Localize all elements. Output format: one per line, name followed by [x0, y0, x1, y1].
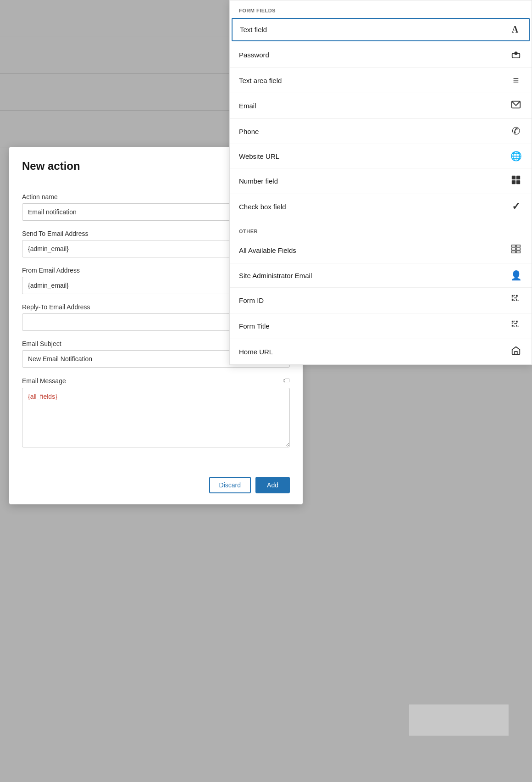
text-field-icon: A: [509, 24, 521, 35]
admin-email-label: Site Administrator Email: [239, 272, 312, 279]
other-section-title: OTHER: [230, 221, 532, 238]
svg-rect-31: [514, 323, 517, 324]
svg-rect-28: [514, 326, 515, 327]
email-message-textarea[interactable]: {all_fields}: [22, 388, 290, 447]
svg-rect-8: [512, 245, 515, 247]
svg-rect-16: [516, 295, 518, 297]
dropdown-item-textarea[interactable]: Text area field ≡: [230, 68, 532, 93]
dropdown-item-form-id[interactable]: Form ID: [230, 288, 532, 313]
admin-email-icon: 👤: [510, 270, 522, 281]
textarea-icon: ≡: [510, 74, 522, 86]
text-field-label: Text field: [240, 26, 267, 34]
textarea-label: Text area field: [239, 77, 282, 84]
svg-rect-25: [516, 321, 518, 323]
form-title-label: Form Title: [239, 322, 270, 330]
website-label: Website URL: [239, 152, 279, 160]
svg-rect-10: [512, 248, 515, 250]
svg-rect-18: [512, 299, 514, 301]
password-icon: [510, 49, 522, 61]
phone-label: Phone: [239, 128, 259, 135]
dropdown-item-text-field[interactable]: Text field A: [232, 18, 530, 41]
svg-rect-12: [512, 251, 515, 253]
svg-rect-24: [514, 321, 515, 322]
svg-rect-19: [514, 300, 515, 301]
tag-icon[interactable]: 🏷: [283, 377, 290, 385]
number-icon: [510, 175, 522, 187]
svg-rect-9: [516, 245, 520, 247]
email-message-label: Email Message: [22, 377, 66, 385]
svg-rect-4: [512, 176, 515, 179]
dropdown-item-password[interactable]: Password: [230, 42, 532, 68]
email-message-header: Email Message 🏷: [22, 377, 290, 385]
svg-rect-13: [516, 251, 520, 253]
dropdown-item-phone[interactable]: Phone ✆: [230, 119, 532, 144]
svg-rect-27: [512, 325, 514, 327]
all-fields-icon: [510, 244, 522, 257]
checkbox-label: Check box field: [239, 203, 286, 211]
email-message-group: Email Message 🏷 {all_fields}: [22, 377, 290, 449]
form-title-icon: [510, 320, 522, 332]
svg-rect-22: [514, 297, 517, 298]
bg-rect: [408, 704, 509, 736]
form-fields-dropdown: FORM FIELDS Text field A Password Text a…: [229, 0, 532, 365]
home-url-icon: [510, 346, 522, 358]
phone-icon: ✆: [510, 125, 522, 137]
svg-rect-29: [516, 325, 517, 327]
form-id-label: Form ID: [239, 296, 264, 304]
add-button[interactable]: Add: [255, 477, 290, 493]
all-fields-label: All Available Fields: [239, 246, 296, 254]
home-url-label: Home URL: [239, 348, 273, 356]
modal-footer: Discard Add: [9, 469, 303, 504]
dropdown-item-all-fields[interactable]: All Available Fields: [230, 238, 532, 263]
number-label: Number field: [239, 177, 278, 185]
dropdown-item-website[interactable]: Website URL 🌐: [230, 144, 532, 168]
email-icon: [510, 100, 522, 112]
form-fields-section-title: FORM FIELDS: [230, 0, 532, 17]
svg-rect-11: [516, 248, 520, 250]
dropdown-item-form-title[interactable]: Form Title: [230, 313, 532, 339]
checkbox-icon: ✓: [510, 201, 522, 212]
discard-button[interactable]: Discard: [209, 477, 251, 493]
website-icon: 🌐: [510, 151, 522, 162]
svg-rect-5: [516, 176, 520, 179]
svg-rect-15: [514, 295, 515, 296]
dropdown-item-admin-email[interactable]: Site Administrator Email 👤: [230, 263, 532, 288]
dropdown-item-email[interactable]: Email: [230, 93, 532, 119]
dropdown-item-checkbox[interactable]: Check box field ✓: [230, 194, 532, 219]
svg-rect-17: [512, 297, 513, 298]
svg-rect-7: [516, 180, 520, 184]
dropdown-item-number[interactable]: Number field: [230, 168, 532, 194]
svg-rect-26: [512, 323, 513, 324]
password-label: Password: [239, 51, 269, 59]
svg-rect-14: [512, 295, 514, 297]
svg-rect-30: [518, 326, 519, 327]
other-section: OTHER All Available Fields Site Administ…: [230, 221, 532, 364]
email-label: Email: [239, 102, 256, 110]
svg-rect-21: [518, 300, 519, 301]
svg-rect-6: [512, 180, 515, 184]
svg-rect-20: [516, 299, 517, 301]
form-id-icon: [510, 294, 522, 307]
svg-rect-23: [512, 321, 514, 323]
svg-rect-32: [515, 352, 517, 354]
dropdown-item-home-url[interactable]: Home URL: [230, 339, 532, 364]
